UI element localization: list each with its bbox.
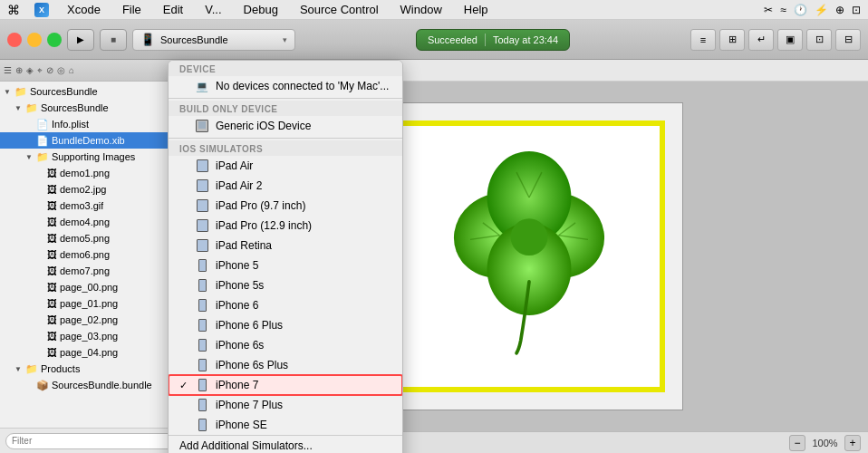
device-dropdown-menu: Device 💻 No devices connected to 'My Mac… xyxy=(168,60,403,453)
sidebar-filter-input[interactable] xyxy=(5,433,184,449)
menu-window[interactable]: Window xyxy=(397,3,446,16)
scheme-selector[interactable]: 📱 SourcesBundle ▾ xyxy=(132,29,295,51)
assistant-toggle-button[interactable]: ↵ xyxy=(748,29,774,51)
sim-label-8: iPhone 6 Plus xyxy=(216,319,283,332)
simulator-item-iphone-7-plus[interactable]: iPhone 7 Plus xyxy=(169,395,402,415)
sim-device-icon-8 xyxy=(194,319,210,332)
sidebar-item-demo1-png[interactable]: 🖼 demo1.png xyxy=(0,165,189,181)
zoom-plus-button[interactable]: + xyxy=(844,435,861,451)
simulator-list: iPad Air iPad Air 2 iPad Pro (9.7 inch) … xyxy=(169,156,402,435)
sidebar-item-demo2-jpg[interactable]: 🖼 demo2.jpg xyxy=(0,181,189,198)
sidebar-item-demo7-png[interactable]: 🖼 demo7.png xyxy=(0,263,189,279)
menu-help[interactable]: Help xyxy=(460,3,492,16)
sidebar-icon-3[interactable]: ◈ xyxy=(26,65,34,75)
sidebar-item-demo3-gif[interactable]: 🖼 demo3.gif xyxy=(0,198,189,214)
stop-icon: ■ xyxy=(111,34,116,44)
bluetooth-icon: ⚡ xyxy=(815,4,828,16)
file-icon-demo2-jpg: 🖼 xyxy=(47,184,57,195)
simulator-item-iphone-5s[interactable]: iPhone 5s xyxy=(169,275,402,295)
sim-device-icon-9 xyxy=(194,339,210,352)
stop-button[interactable]: ■ xyxy=(100,29,127,51)
minimize-window-button[interactable] xyxy=(27,33,42,47)
simulator-item-iphone-6-plus[interactable]: iPhone 6 Plus xyxy=(169,315,402,335)
menu-view[interactable]: V... xyxy=(201,3,225,16)
file-icon-demo4-png: 🖼 xyxy=(47,217,57,227)
sidebar-item-sources-bundle-root[interactable]: 📁 SourcesBundle xyxy=(0,83,189,100)
menu-bar: ⌘ X Xcode File Edit V... Debug Source Co… xyxy=(0,0,868,20)
simulator-item-iphone-6[interactable]: iPhone 6 xyxy=(169,295,402,315)
simulator-item-iphone-se[interactable]: iPhone SE xyxy=(169,415,402,435)
tree-label-page03-png: page_03.png xyxy=(60,331,118,342)
sim-device-icon-13 xyxy=(194,419,210,431)
simulator-item-iphone-7[interactable]: ✓ iPhone 7 xyxy=(169,375,402,395)
menu-footer: Add Additional Simulators... Download Si… xyxy=(169,435,402,453)
clover-container xyxy=(393,120,665,392)
simulator-item-iphone-5[interactable]: iPhone 5 xyxy=(169,255,402,275)
wifi-icon: ≈ xyxy=(780,4,786,16)
menu-xcode[interactable]: Xcode xyxy=(63,3,104,16)
layout-2-button[interactable]: ⊡ xyxy=(806,29,832,51)
sim-label-1: iPad Air 2 xyxy=(216,179,262,192)
file-icon-info-plist: 📄 xyxy=(36,119,49,130)
no-devices-item[interactable]: 💻 No devices connected to 'My Mac'... xyxy=(169,76,402,96)
zoom-minus-button[interactable]: − xyxy=(789,435,805,451)
simulator-item-ipad-retina[interactable]: iPad Retina xyxy=(169,236,402,255)
canvas-inner xyxy=(375,102,683,410)
sim-check-11: ✓ xyxy=(179,380,194,391)
menu-source-control[interactable]: Source Control xyxy=(296,3,382,16)
sidebar-item-sources-bundle-sub[interactable]: 📁 SourcesBundle xyxy=(0,100,189,116)
run-button[interactable]: ▶ xyxy=(67,29,94,51)
file-icon-demo3-gif: 🖼 xyxy=(47,200,57,211)
sidebar-item-bundle-demo-xib[interactable]: 📄 BundleDemo.xib xyxy=(0,132,189,149)
menu-file[interactable]: File xyxy=(119,3,145,16)
simulator-item-iphone-6s-plus[interactable]: iPhone 6s Plus xyxy=(169,355,402,375)
tree-label-products: Products xyxy=(41,363,80,374)
sidebar-tree: 📁 SourcesBundle 📁 SourcesBundle 📄 Info.p… xyxy=(0,82,189,428)
simulator-item-ipad-pro-(12.9-inch)[interactable]: iPad Pro (12.9 inch) xyxy=(169,216,402,236)
sidebar-item-demo4-png[interactable]: 🖼 demo4.png xyxy=(0,214,189,230)
sim-device-icon-3 xyxy=(194,219,210,232)
sim-label-12: iPhone 7 Plus xyxy=(216,399,283,411)
layout-1-button[interactable]: ▣ xyxy=(777,29,803,51)
simulator-item-ipad-air-2[interactable]: iPad Air 2 xyxy=(169,176,402,196)
tree-arrow-sources-bundle-root xyxy=(4,88,13,96)
menu-debug[interactable]: Debug xyxy=(240,3,282,16)
simulator-item-ipad-pro-(9.7-inch)[interactable]: iPad Pro (9.7 inch) xyxy=(169,196,402,216)
sidebar-item-page04-png[interactable]: 🖼 page_04.png xyxy=(0,344,189,361)
sidebar-icon-7[interactable]: ⌂ xyxy=(69,65,74,75)
add-simulators-item[interactable]: Add Additional Simulators... xyxy=(169,436,402,453)
simulator-item-ipad-air[interactable]: iPad Air xyxy=(169,156,402,176)
file-icon-page00-png: 🖼 xyxy=(47,282,57,293)
sidebar-item-demo6-png[interactable]: 🖼 demo6.png xyxy=(0,246,189,263)
sidebar-item-page00-png[interactable]: 🖼 page_00.png xyxy=(0,279,189,295)
sidebar-icon-4[interactable]: ⌖ xyxy=(37,65,43,76)
simulator-item-iphone-6s[interactable]: iPhone 6s xyxy=(169,335,402,355)
generic-ios-item[interactable]: Generic iOS Device xyxy=(169,116,402,136)
sidebar-icon-1[interactable]: ☰ xyxy=(4,65,12,75)
maximize-window-button[interactable] xyxy=(47,33,62,47)
sidebar-icon-2[interactable]: ⊕ xyxy=(15,65,23,75)
debug-toggle-button[interactable]: ⊞ xyxy=(719,29,745,51)
tree-label-sources-bundle-root: SourcesBundle xyxy=(30,86,98,97)
sim-label-5: iPhone 5 xyxy=(216,259,258,272)
sidebar-item-page01-png[interactable]: 🖼 page_01.png xyxy=(0,295,189,312)
status-time: Today at 23:44 xyxy=(493,34,558,45)
file-icon-page01-png: 🖼 xyxy=(47,298,57,309)
sidebar-item-supporting-images[interactable]: 📁 Supporting Images xyxy=(0,149,189,165)
sidebar-item-demo5-png[interactable]: 🖼 demo5.png xyxy=(0,230,189,246)
sidebar-icon-6[interactable]: ◎ xyxy=(57,65,65,75)
sidebar-item-page02-png[interactable]: 🖼 page_02.png xyxy=(0,312,189,328)
sidebar-item-sources-bundle-bundle[interactable]: 📦 SourcesBundle.bundle xyxy=(0,377,189,393)
layout-3-button[interactable]: ⊟ xyxy=(835,29,861,51)
menu-divider-2 xyxy=(169,138,402,139)
sidebar-item-info-plist[interactable]: 📄 Info.plist xyxy=(0,116,189,132)
status-divider xyxy=(485,34,486,46)
navigator-toggle-button[interactable]: ≡ xyxy=(690,29,716,51)
close-window-button[interactable] xyxy=(7,33,22,47)
menu-edit[interactable]: Edit xyxy=(159,3,187,16)
apple-menu[interactable]: ⌘ xyxy=(7,3,20,17)
tree-label-page01-png: page_01.png xyxy=(60,298,118,309)
sidebar-item-products[interactable]: 📁 Products xyxy=(0,361,189,377)
sidebar-icon-5[interactable]: ⊘ xyxy=(46,65,53,75)
sidebar-item-page03-png[interactable]: 🖼 page_03.png xyxy=(0,328,189,344)
